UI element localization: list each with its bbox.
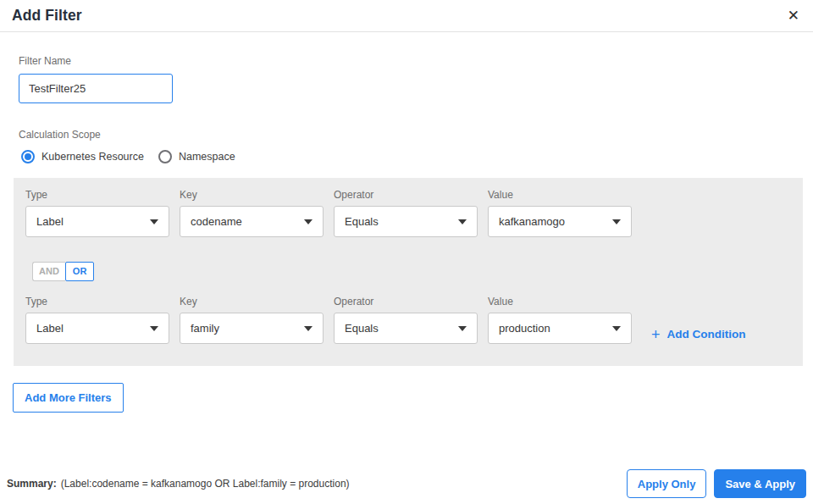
add-more-filters-button[interactable]: Add More Filters: [13, 383, 124, 413]
value-dropdown[interactable]: kafkanamogo: [488, 206, 632, 237]
plus-icon: +: [651, 327, 661, 342]
type-label: Type: [25, 296, 169, 307]
calculation-scope-label: Calculation Scope: [19, 129, 813, 141]
filter-name-input[interactable]: [19, 74, 173, 103]
key-dropdown[interactable]: codename: [180, 206, 324, 237]
value-dropdown-value: kafkanamogo: [499, 215, 565, 228]
radio-kubernetes-resource[interactable]: Kubernetes Resource: [21, 150, 144, 163]
radio-namespace[interactable]: Namespace: [158, 150, 235, 163]
add-condition-button[interactable]: + Add Condition: [651, 318, 746, 350]
modal-footer: Summary:(Label:codename = kafkanamogo OR…: [7, 469, 806, 498]
page-title: Add Filter: [12, 7, 799, 25]
key-dropdown-value: codename: [191, 215, 242, 228]
type-dropdown[interactable]: Label: [25, 206, 169, 237]
chevron-down-icon: [458, 326, 467, 331]
conditions-panel: Type Label Key codename Operator Equals: [14, 178, 803, 366]
type-dropdown[interactable]: Label: [25, 313, 169, 344]
value-dropdown-value: production: [499, 322, 550, 335]
type-label: Type: [25, 189, 169, 200]
chevron-down-icon: [150, 219, 158, 224]
footer-buttons: Apply Only Save & Apply: [627, 469, 806, 498]
key-label: Key: [180, 296, 324, 307]
summary-label: Summary:: [7, 478, 57, 490]
add-condition-label: Add Condition: [667, 328, 746, 341]
radio-kubernetes-resource-label: Kubernetes Resource: [41, 151, 144, 163]
key-dropdown[interactable]: family: [180, 313, 324, 344]
chevron-down-icon: [304, 219, 312, 224]
summary: Summary:(Label:codename = kafkanamogo OR…: [7, 478, 350, 490]
key-dropdown-value: family: [191, 322, 219, 335]
or-button[interactable]: OR: [65, 262, 95, 281]
condition-row-2: Type Label Key family Operator Equals: [25, 296, 791, 350]
filter-name-label: Filter Name: [19, 55, 813, 67]
save-apply-button[interactable]: Save & Apply: [714, 469, 806, 498]
operator-dropdown[interactable]: Equals: [334, 206, 478, 237]
operator-dropdown[interactable]: Equals: [334, 313, 478, 344]
operator-label: Operator: [334, 189, 478, 200]
value-dropdown[interactable]: production: [488, 313, 632, 344]
condition-row-1: Type Label Key codename Operator Equals: [25, 189, 791, 237]
value-label: Value: [488, 296, 632, 307]
operator-dropdown-value: Equals: [345, 322, 379, 335]
apply-only-button[interactable]: Apply Only: [627, 469, 707, 498]
type-dropdown-value: Label: [36, 322, 64, 335]
calculation-scope-options: Kubernetes Resource Namespace: [21, 150, 813, 163]
value-label: Value: [488, 189, 632, 200]
type-dropdown-value: Label: [36, 215, 64, 228]
chevron-down-icon: [150, 326, 158, 331]
logic-toggle: AND OR: [32, 262, 791, 281]
key-label: Key: [180, 189, 324, 200]
summary-text: (Label:codename = kafkanamogo OR Label:f…: [61, 478, 350, 490]
chevron-down-icon: [304, 326, 312, 331]
close-icon[interactable]: ✕: [784, 5, 803, 26]
chevron-down-icon: [458, 219, 467, 224]
radio-namespace-label: Namespace: [179, 151, 235, 163]
chevron-down-icon: [612, 326, 621, 331]
radio-unselected-icon: [158, 150, 172, 163]
radio-selected-icon: [21, 150, 35, 163]
add-filter-modal: Add Filter ✕ Filter Name Calculation Sco…: [0, 0, 813, 413]
operator-dropdown-value: Equals: [345, 215, 379, 228]
modal-header: Add Filter ✕: [0, 0, 813, 32]
chevron-down-icon: [612, 219, 621, 224]
and-button[interactable]: AND: [32, 262, 65, 281]
operator-label: Operator: [334, 296, 478, 307]
